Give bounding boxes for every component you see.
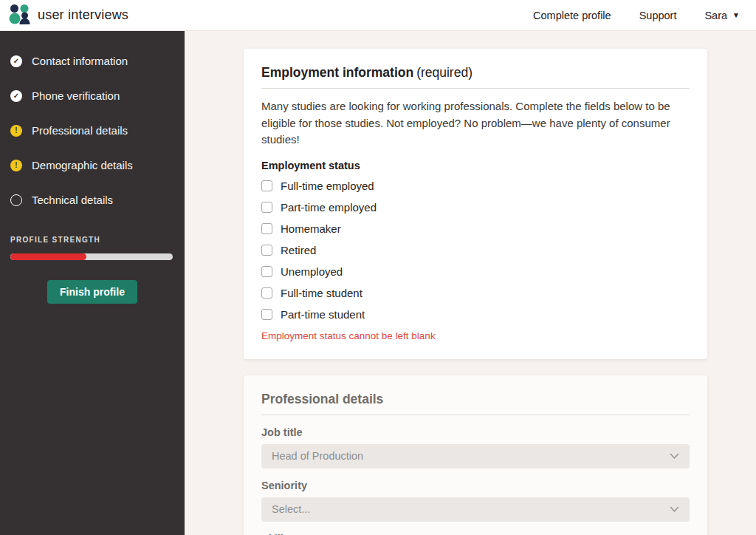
form-field: Seniority Select... [261, 480, 690, 522]
sidebar-step[interactable]: Phone verification [10, 89, 185, 102]
checkbox-label[interactable]: Part-time student [281, 308, 365, 321]
checkbox[interactable] [261, 180, 272, 191]
checkbox[interactable] [261, 245, 272, 256]
checkbox-row: Full-time employed [261, 180, 690, 192]
employment-card-description: Many studies are looking for working pro… [261, 98, 690, 149]
complete-icon [10, 55, 22, 67]
finish-profile-button[interactable]: Finish profile [47, 280, 137, 304]
sidebar-step[interactable]: Professional details [10, 124, 185, 137]
checkbox[interactable] [261, 309, 272, 320]
warning-icon [10, 160, 22, 171]
sidebar-step[interactable]: Contact information [10, 55, 185, 67]
checkbox-label[interactable]: Unemployed [281, 265, 343, 278]
form-field: Job title Head of Production [261, 426, 690, 468]
main-content: Employment information(required) Many st… [185, 31, 756, 535]
required-suffix: (required) [416, 65, 472, 80]
checkbox[interactable] [261, 202, 272, 213]
dropdown-value: Head of Production [272, 450, 363, 462]
profile-strength-label: PROFILE STRENGTH [10, 236, 185, 244]
field-label: Skills [261, 533, 690, 535]
profile-strength-fill [10, 253, 86, 260]
checkbox[interactable] [261, 223, 272, 234]
sidebar-step-label: Technical details [32, 194, 113, 206]
complete-icon [10, 90, 22, 102]
field-label: Job title [261, 426, 690, 438]
checkbox-row: Part-time student [261, 308, 690, 321]
progress-sidebar: Contact information Phone verification P… [0, 31, 185, 535]
employment-status-label: Employment status [261, 160, 690, 171]
profile-strength-bar [10, 253, 173, 260]
sidebar-step[interactable]: Demographic details [10, 159, 185, 171]
user-name: Sara [704, 10, 727, 21]
checkbox-label[interactable]: Full-time employed [281, 180, 374, 192]
warning-icon [10, 125, 22, 137]
employment-status-options: Full-time employed Part-time employed Ho… [261, 180, 690, 321]
chevron-down-icon [670, 453, 679, 460]
field-label: Seniority [261, 480, 690, 491]
sidebar-step-label: Phone verification [32, 89, 120, 102]
checkbox-row: Full-time student [261, 287, 690, 299]
user-interviews-logo-icon [9, 4, 31, 27]
professional-fields: Job title Head of Production Seniority S… [261, 426, 690, 535]
form-field: Skills Search... [261, 533, 690, 535]
checkbox-row: Unemployed [261, 265, 690, 278]
checkbox-row: Part-time employed [261, 201, 690, 214]
checkbox-label[interactable]: Homemaker [281, 222, 341, 235]
dropdown-select[interactable]: Head of Production [261, 444, 690, 468]
dropdown-value: Select... [272, 503, 310, 515]
brand-name: user interviews [38, 7, 128, 23]
chevron-down-icon: ▼ [732, 12, 740, 19]
divider [261, 415, 690, 415]
checkbox-row: Homemaker [261, 222, 690, 235]
sidebar-step-label: Contact information [32, 55, 128, 67]
professional-card-title: Professional details [261, 392, 690, 407]
brand-logo[interactable]: user interviews [9, 4, 128, 27]
dropdown-select[interactable]: Select... [261, 497, 690, 522]
checkbox-label[interactable]: Retired [281, 244, 316, 256]
sidebar-step-label: Professional details [32, 124, 128, 137]
sidebar-step[interactable]: Technical details [10, 194, 185, 206]
chevron-down-icon [670, 506, 679, 513]
checkbox[interactable] [261, 266, 272, 277]
checkbox[interactable] [261, 287, 272, 299]
divider [261, 88, 690, 89]
nav-support[interactable]: Support [639, 10, 677, 21]
header-nav: Complete profile Support Sara ▼ [533, 10, 740, 21]
sidebar-step-list: Contact information Phone verification P… [0, 55, 185, 206]
incomplete-icon [10, 194, 22, 206]
employment-status-error: Employment status cannot be left blank [261, 330, 690, 341]
professional-details-card: Professional details Job title Head of P… [244, 375, 707, 535]
employment-card-title: Employment information(required) [261, 65, 690, 81]
top-header: user interviews Complete profile Support… [0, 0, 756, 31]
checkbox-row: Retired [261, 244, 690, 256]
sidebar-step-label: Demographic details [32, 159, 133, 171]
employment-information-card: Employment information(required) Many st… [244, 49, 707, 359]
user-menu[interactable]: Sara ▼ [704, 10, 740, 21]
checkbox-label[interactable]: Part-time employed [281, 201, 377, 214]
checkbox-label[interactable]: Full-time student [281, 287, 362, 299]
nav-complete-profile[interactable]: Complete profile [533, 10, 611, 21]
